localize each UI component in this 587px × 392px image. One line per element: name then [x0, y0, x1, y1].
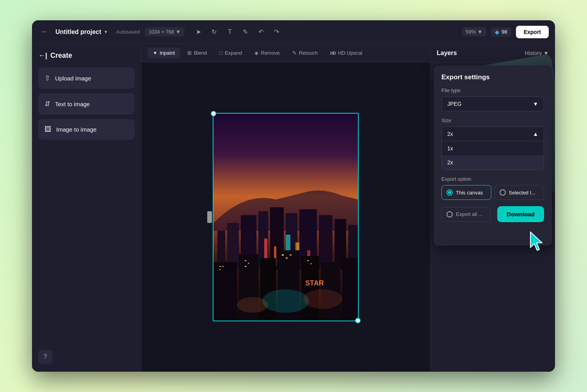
- export-settings-popup: Export settings File type JPEG ▼ Size 2x…: [434, 66, 552, 246]
- undo-tool[interactable]: ↶: [255, 26, 267, 38]
- rotate-tool[interactable]: ↻: [208, 26, 221, 38]
- tab-blend[interactable]: ⊞ Blend: [182, 48, 212, 58]
- svg-rect-29: [245, 260, 246, 261]
- svg-rect-18: [260, 258, 276, 321]
- chevron-down-icon: ▼: [103, 29, 108, 35]
- tab-upscal[interactable]: HD HD Upscal: [325, 48, 368, 58]
- export-bottom-row: Export all ... Download: [441, 206, 544, 222]
- cursor-area: [441, 222, 544, 238]
- sidebar: ←| Create ⇧ Upload image ⇵ Text to image…: [32, 44, 141, 372]
- layers-tab[interactable]: Layers: [437, 50, 457, 57]
- download-button[interactable]: Download: [497, 206, 544, 222]
- mid-handle-left[interactable]: [207, 211, 212, 223]
- export-settings-title: Export settings: [441, 73, 544, 81]
- sidebar-bottom: ?: [38, 350, 135, 364]
- image-to-image-icon: 🖼: [44, 125, 52, 134]
- selected-radio: [500, 189, 506, 196]
- retouch-icon: ✎: [292, 50, 297, 56]
- hd-icon: HD: [330, 51, 336, 55]
- header: ← Untitled project ▼ Autosaved 1024 × 76…: [32, 20, 555, 44]
- chevron-down-icon: ▼: [176, 29, 181, 35]
- this-canvas-button[interactable]: This canvas: [441, 185, 491, 200]
- svg-point-23: [262, 289, 309, 313]
- cursor-arrow-icon: [528, 230, 548, 253]
- text-to-image-label: Text to image: [55, 101, 90, 107]
- file-type-label: File type: [441, 87, 544, 93]
- svg-rect-22: [342, 258, 358, 321]
- text-tool[interactable]: T: [224, 26, 236, 38]
- chevron-down-icon: ▼: [477, 29, 482, 35]
- redo-tool[interactable]: ↷: [270, 26, 283, 38]
- svg-marker-38: [530, 232, 542, 250]
- blend-icon: ⊞: [187, 50, 192, 56]
- export-options: This canvas Selected I...: [441, 185, 544, 200]
- chevron-down-icon: ▼: [533, 101, 538, 107]
- app-window: ← Untitled project ▼ Autosaved 1024 × 76…: [32, 20, 555, 372]
- project-title: Untitled project: [55, 29, 101, 36]
- size-option-1x[interactable]: 1x: [442, 141, 544, 155]
- canvas-size-selector[interactable]: 1024 × 768 ▼: [145, 27, 185, 36]
- svg-rect-36: [310, 263, 312, 264]
- upload-image-label: Upload image: [55, 75, 91, 82]
- svg-rect-34: [290, 254, 292, 256]
- tab-retouch[interactable]: ✎ Retouch: [287, 48, 323, 58]
- svg-rect-31: [245, 266, 246, 267]
- svg-rect-8: [319, 215, 333, 270]
- tab-inpaint[interactable]: ✦ Inpaint: [148, 48, 180, 58]
- expand-icon: □: [219, 50, 222, 56]
- selected-button[interactable]: Selected I...: [495, 185, 544, 200]
- svg-rect-20: [301, 256, 319, 321]
- canvas-area[interactable]: STAR: [141, 62, 430, 372]
- top-toolbar: ✦ Inpaint ⊞ Blend □ Expand ◈ Remove ✎: [141, 44, 430, 62]
- corner-handle-tl[interactable]: [211, 111, 216, 116]
- svg-point-24: [237, 297, 268, 313]
- canvas-image: STAR: [213, 114, 358, 321]
- tab-expand[interactable]: □ Expand: [214, 48, 247, 58]
- right-panel: Layers History ▼ Export settings File ty…: [430, 44, 555, 372]
- tab-remove[interactable]: ◈ Remove: [249, 48, 285, 58]
- export-option-label: Export option: [441, 176, 544, 182]
- back-create-icon: ←|: [38, 52, 47, 60]
- create-header: ←| Create: [38, 52, 135, 60]
- svg-rect-35: [307, 260, 309, 261]
- pen-tool[interactable]: ✎: [239, 26, 252, 38]
- toolbar-tools: ➤ ↻ T ✎ ↶ ↷: [192, 26, 283, 38]
- back-button[interactable]: ←: [38, 26, 51, 38]
- svg-point-25: [303, 289, 342, 309]
- svg-rect-30: [248, 263, 249, 264]
- file-type-select[interactable]: JPEG ▼: [441, 96, 544, 111]
- body: ←| Create ⇧ Upload image ⇵ Text to image…: [32, 44, 555, 372]
- export-all-button[interactable]: Export all ...: [441, 207, 491, 222]
- svg-rect-28: [219, 269, 221, 270]
- remove-icon: ◈: [254, 50, 258, 56]
- export-all-radio: [446, 211, 453, 217]
- corner-handle-br[interactable]: [355, 318, 361, 323]
- create-label: Create: [50, 52, 72, 60]
- inpaint-icon: ✦: [153, 50, 157, 56]
- size-label: Size: [441, 118, 544, 123]
- upload-icon: ⇧: [44, 74, 50, 82]
- size-selected-row[interactable]: 2x ▲: [442, 127, 544, 141]
- autosaved-label: Autosaved: [116, 29, 140, 35]
- project-title-group[interactable]: Untitled project ▼: [55, 29, 108, 36]
- main-area: ✦ Inpaint ⊞ Blend □ Expand ◈ Remove ✎: [141, 44, 430, 372]
- image-to-image-label: Image to image: [56, 126, 96, 133]
- help-button[interactable]: ?: [38, 350, 52, 364]
- credits-badge: ◆ 98: [491, 27, 511, 37]
- text-to-image-button[interactable]: ⇵ Text to image: [38, 93, 135, 114]
- city-svg: STAR: [213, 114, 358, 321]
- image-to-image-button[interactable]: 🖼 Image to image: [38, 119, 135, 140]
- export-button[interactable]: Export: [516, 26, 549, 38]
- size-dropdown: 2x ▲ 1x 2x: [441, 127, 544, 170]
- radio-dot: [448, 191, 451, 194]
- zoom-control[interactable]: 59% ▼: [462, 27, 486, 36]
- svg-text:STAR: STAR: [305, 279, 324, 287]
- this-canvas-radio: [446, 189, 453, 196]
- chevron-up-icon: ▲: [533, 131, 538, 137]
- select-tool[interactable]: ➤: [192, 26, 205, 38]
- size-option-2x[interactable]: 2x: [442, 155, 544, 169]
- upload-image-button[interactable]: ⇧ Upload image: [38, 68, 135, 89]
- svg-rect-27: [222, 266, 224, 267]
- text-to-image-icon: ⇵: [44, 100, 50, 108]
- svg-rect-26: [219, 266, 221, 267]
